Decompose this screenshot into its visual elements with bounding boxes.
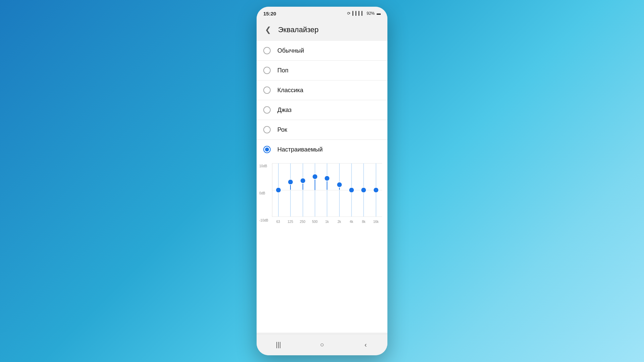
radio-item-normal[interactable]: Обычный <box>257 41 387 61</box>
eq-dot[interactable] <box>374 188 378 192</box>
radio-label-jazz: Джаз <box>277 107 291 114</box>
sync-icon: ⟳ <box>347 11 351 16</box>
eq-track <box>303 163 303 217</box>
nav-home-button[interactable]: ○ <box>312 338 332 352</box>
eq-bar-group[interactable] <box>272 163 284 217</box>
eq-dot[interactable] <box>361 188 366 192</box>
eq-bar-group[interactable] <box>333 163 345 217</box>
eq-x-labels: 631252505001k2k4k8k16k <box>272 220 382 224</box>
radio-circle-custom <box>263 146 271 153</box>
eq-y-label: 10dB <box>259 165 268 168</box>
radio-label-normal: Обычный <box>277 47 304 54</box>
eq-chart: 10dB0dB-10dB 631252505001k2k4k8k16k <box>259 163 382 224</box>
eq-bar-group[interactable] <box>309 163 321 217</box>
eq-x-label: 2k <box>333 220 345 224</box>
nav-menu-icon: ||| <box>276 341 281 349</box>
eq-x-label: 8k <box>358 220 370 224</box>
page-title: Эквалайзер <box>278 25 319 34</box>
phone-frame: 15:20 ⟳ ▎▎▎▎ 92% ▬ ❮ Эквалайзер Обычный … <box>257 7 387 355</box>
eq-dot[interactable] <box>313 174 317 179</box>
eq-bar-group[interactable] <box>370 163 382 217</box>
radio-item-jazz[interactable]: Джаз <box>257 100 387 120</box>
eq-dot[interactable] <box>301 178 305 183</box>
eq-bar-group[interactable] <box>284 163 297 217</box>
eq-dot[interactable] <box>337 182 342 187</box>
eq-container: 10dB0dB-10dB 631252505001k2k4k8k16k <box>257 159 387 229</box>
eq-track <box>339 163 340 217</box>
nav-menu-button[interactable]: ||| <box>268 338 288 352</box>
radio-item-pop[interactable]: Поп <box>257 61 387 80</box>
status-icons: ⟳ ▎▎▎▎ 92% ▬ <box>347 11 381 16</box>
eq-x-label: 16k <box>370 220 382 224</box>
battery-icon: ▬ <box>377 11 381 16</box>
status-bar: 15:20 ⟳ ▎▎▎▎ 92% ▬ <box>257 7 387 20</box>
eq-bar-group[interactable] <box>297 163 309 217</box>
back-arrow-icon: ❮ <box>265 25 271 34</box>
radio-circle-rock <box>263 126 271 133</box>
radio-item-custom[interactable]: Настраиваемый <box>257 140 387 159</box>
eq-grid-bot <box>272 217 382 217</box>
nav-home-icon: ○ <box>320 341 324 349</box>
radio-circle-jazz <box>263 106 271 114</box>
eq-x-label: 500 <box>309 220 321 224</box>
eq-track <box>290 163 291 217</box>
nav-back-button[interactable]: ‹ <box>356 338 376 352</box>
eq-dot[interactable] <box>325 176 329 181</box>
eq-x-label: 4k <box>345 220 358 224</box>
eq-x-label: 1k <box>321 220 333 224</box>
eq-x-label: 63 <box>272 220 284 224</box>
eq-dot[interactable] <box>349 188 354 192</box>
radio-circle-normal <box>263 47 271 54</box>
radio-label-pop: Поп <box>277 67 288 74</box>
radio-label-custom: Настраиваемый <box>277 146 323 153</box>
eq-bar-group[interactable] <box>358 163 370 217</box>
eq-bar-group[interactable] <box>345 163 358 217</box>
eq-track <box>327 163 327 217</box>
eq-bar-group[interactable] <box>321 163 333 217</box>
eq-bars-area <box>272 163 382 217</box>
signal-icon: ▎▎▎▎ <box>353 11 365 16</box>
nav-bar: ||| ○ ‹ <box>257 334 387 355</box>
eq-x-label: 125 <box>284 220 296 224</box>
eq-y-label: -10dB <box>259 219 268 222</box>
eq-y-label: 0dB <box>259 192 268 195</box>
eq-dot[interactable] <box>288 180 293 184</box>
back-button[interactable]: ❮ <box>262 24 274 36</box>
radio-circle-classic <box>263 86 271 94</box>
eq-x-label: 250 <box>297 220 309 224</box>
radio-item-rock[interactable]: Рок <box>257 120 387 140</box>
eq-dot[interactable] <box>276 188 281 192</box>
radio-label-rock: Рок <box>277 126 287 133</box>
radio-circle-pop <box>263 67 271 74</box>
header: ❮ Эквалайзер <box>257 20 387 40</box>
battery-text: 92% <box>367 11 375 16</box>
radio-item-classic[interactable]: Классика <box>257 80 387 100</box>
eq-track <box>315 163 315 217</box>
content-area: Обычный Поп Классика Джаз Рок Настраивае <box>257 41 387 333</box>
eq-y-labels: 10dB0dB-10dB <box>259 163 268 224</box>
nav-back-icon: ‹ <box>365 341 367 349</box>
radio-list: Обычный Поп Классика Джаз Рок Настраивае <box>257 41 387 159</box>
radio-label-classic: Классика <box>277 87 303 94</box>
status-time: 15:20 <box>263 11 276 16</box>
